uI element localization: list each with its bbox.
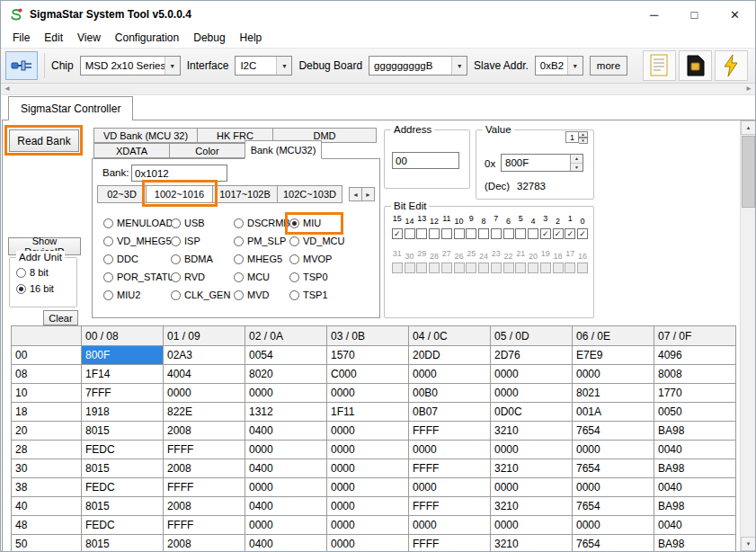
table-cell[interactable]: 2008	[164, 497, 245, 516]
table-cell[interactable]: 0000	[491, 365, 573, 384]
table-cell[interactable]: 0000	[327, 384, 409, 403]
table-cell[interactable]: 0000	[327, 422, 409, 441]
table-row-header[interactable]: 00	[12, 346, 82, 365]
bit-checkbox-14[interactable]	[405, 228, 415, 239]
table-cell[interactable]: 2D76	[491, 346, 573, 365]
menu-item-configuration[interactable]: Configuration	[108, 29, 186, 47]
table-cell[interactable]: 0000	[573, 441, 654, 459]
tab-color[interactable]: Color	[169, 143, 245, 158]
table-cell[interactable]: 0000	[245, 516, 327, 535]
table-cell[interactable]: 7654	[573, 422, 654, 441]
range-next-button[interactable]: ►	[361, 187, 375, 201]
register-radio-mheg5[interactable]: MHEG5	[234, 254, 289, 264]
table-cell[interactable]: 0054	[245, 346, 327, 365]
read-bank-button[interactable]: Read Bank	[9, 129, 79, 152]
table-cell[interactable]: 8015	[82, 535, 164, 552]
table-cell[interactable]: BA98	[654, 459, 736, 478]
tab-1002-1016[interactable]: 1002~1016	[146, 185, 213, 203]
table-cell[interactable]: 4004	[164, 365, 245, 384]
value-count-arrows[interactable]: ▲ ▼	[579, 131, 588, 143]
table-cell[interactable]: 0400	[245, 497, 327, 516]
debug-board-select[interactable]: gggggggggB ▼	[369, 56, 467, 76]
value-input[interactable]: 800F ▲ ▼	[501, 154, 583, 172]
table-cell[interactable]: 1570	[327, 346, 409, 365]
table-cell[interactable]: FEDC	[82, 441, 164, 459]
table-cell[interactable]: 0000	[573, 478, 654, 497]
table-cell[interactable]: 0000	[409, 365, 491, 384]
table-cell[interactable]: 0000	[327, 459, 409, 478]
table-cell[interactable]: BA98	[654, 497, 736, 516]
tab-xdata[interactable]: XDATA	[93, 143, 170, 158]
table-cell[interactable]: 0000	[491, 384, 573, 403]
table-cell[interactable]: 1312	[245, 403, 327, 422]
table-cell[interactable]: FFFF	[409, 497, 491, 516]
clear-button[interactable]: Clear	[43, 310, 78, 325]
flash-tool-button[interactable]	[715, 50, 748, 81]
table-cell[interactable]: BA98	[654, 422, 736, 441]
table-row-header[interactable]: 30	[12, 459, 82, 478]
table-cell[interactable]: 0D0C	[491, 403, 573, 422]
table-cell[interactable]: 3210	[491, 535, 573, 552]
table-cell[interactable]: 8015	[82, 497, 164, 516]
table-cell[interactable]: 4096	[654, 346, 736, 365]
tab-sigmastar-controller[interactable]: SigmaStar Controller	[8, 96, 133, 120]
menu-item-edit[interactable]: Edit	[37, 29, 70, 47]
table-cell[interactable]: E7E9	[573, 346, 654, 365]
table-cell[interactable]: FFFF	[409, 422, 491, 441]
tab-vd-bank-mcu-32[interactable]: VD Bank (MCU 32)	[93, 128, 198, 143]
table-cell[interactable]: 00B0	[409, 384, 491, 403]
table-cell[interactable]: 0000	[327, 535, 409, 552]
menu-item-view[interactable]: View	[70, 29, 108, 47]
table-cell[interactable]: 0000	[491, 478, 573, 497]
table-cell[interactable]: 0050	[654, 403, 736, 422]
register-radio-vd-mcu[interactable]: VD_MCU	[289, 236, 358, 246]
table-cell[interactable]: 0400	[245, 422, 327, 441]
table-cell[interactable]: 3210	[491, 497, 573, 516]
bit-checkbox-12[interactable]	[429, 228, 440, 239]
table-cell[interactable]: 8015	[82, 459, 164, 478]
table-cell[interactable]: 0040	[654, 516, 736, 535]
register-radio-tsp0[interactable]: TSP0	[289, 272, 358, 282]
bit-checkbox-7[interactable]	[491, 228, 502, 239]
table-cell[interactable]: 800F	[82, 346, 164, 365]
bit-checkbox-5[interactable]	[515, 228, 526, 239]
register-radio-rvd[interactable]: RVD	[171, 272, 234, 282]
scroll-up-icon[interactable]: ▲	[741, 120, 756, 135]
sim-tool-button[interactable]	[679, 50, 712, 81]
table-cell[interactable]: 2008	[164, 459, 245, 478]
register-radio-por-statu[interactable]: POR_STATU	[103, 272, 171, 282]
range-prev-button[interactable]: ◄	[349, 187, 362, 201]
table-cell[interactable]: 7FFF	[82, 384, 164, 403]
table-cell[interactable]: 0000	[327, 441, 409, 459]
spin-up-icon[interactable]: ▲	[571, 155, 583, 164]
bit-checkbox-0[interactable]: ✓	[577, 228, 588, 239]
table-cell[interactable]: FEDC	[82, 516, 164, 535]
register-radio-bdma[interactable]: BDMA	[171, 254, 234, 264]
table-cell[interactable]: BA98	[654, 535, 736, 552]
table-row-header[interactable]: 48	[12, 516, 82, 535]
table-cell[interactable]: 0400	[245, 459, 327, 478]
close-button[interactable]: ✕	[715, 1, 755, 28]
register-radio-pm-slp[interactable]: PM_SLP	[234, 236, 289, 246]
table-cell[interactable]: 1918	[82, 403, 164, 422]
register-radio-clk-gen[interactable]: CLK_GEN	[171, 289, 234, 300]
table-cell[interactable]: 0000	[409, 441, 491, 459]
table-cell[interactable]: 0B07	[409, 403, 491, 422]
minimize-button[interactable]: ─	[634, 1, 674, 28]
register-radio-usb[interactable]: USB	[171, 218, 234, 228]
table-cell[interactable]: 7654	[573, 535, 654, 552]
more-button[interactable]: more	[590, 56, 627, 76]
table-cell[interactable]: 0000	[409, 478, 491, 497]
radio-8-bit[interactable]: 8 bit	[16, 267, 54, 278]
table-cell[interactable]: 7654	[573, 497, 654, 516]
table-cell[interactable]: FFFF	[164, 441, 245, 459]
register-radio-vd-mheg5[interactable]: VD_MHEG5	[103, 236, 171, 246]
bit-checkbox-9[interactable]	[466, 228, 476, 239]
slave-addr-select[interactable]: 0xB2 ▼	[535, 56, 583, 76]
table-cell[interactable]: FEDC	[82, 478, 164, 497]
bit-checkbox-3[interactable]: ✓	[540, 228, 551, 239]
bank-input[interactable]	[131, 165, 227, 182]
scroll-right-icon[interactable]: ►	[745, 85, 752, 93]
bit-checkbox-10[interactable]	[454, 228, 465, 239]
table-row-header[interactable]: 18	[12, 403, 82, 422]
